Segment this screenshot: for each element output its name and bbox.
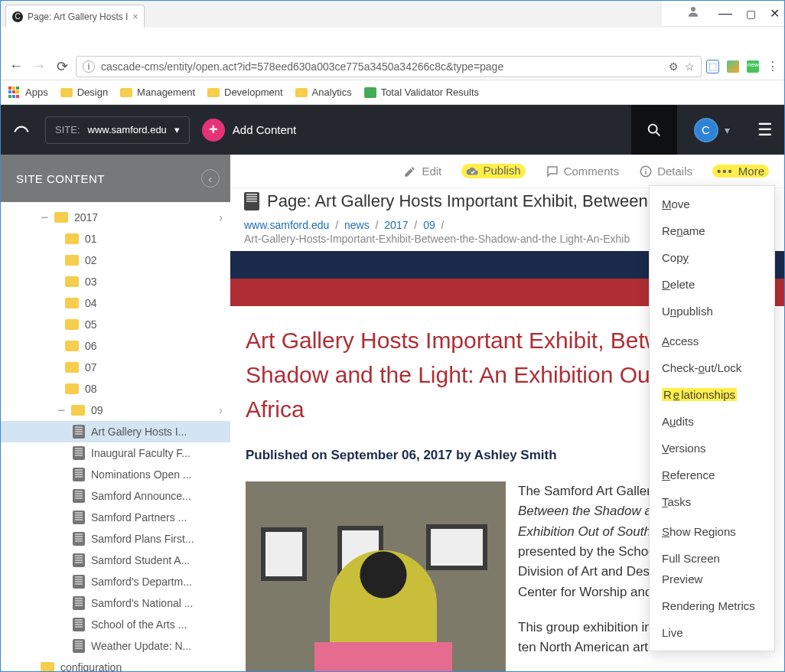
tree-page[interactable]: Samford Student A... [1, 550, 230, 571]
details-button[interactable]: Details [639, 165, 692, 178]
account-icon[interactable] [686, 5, 700, 22]
close-icon[interactable]: ✕ [770, 6, 780, 21]
tree-folder[interactable]: −09› [1, 400, 230, 421]
back-icon[interactable]: ← [7, 58, 25, 74]
chevron-down-icon: ▾ [174, 124, 180, 135]
tree-page[interactable]: Samford's Departm... [1, 571, 230, 592]
publish-button[interactable]: Publish [461, 164, 525, 178]
edit-button[interactable]: Edit [403, 165, 441, 178]
more-menu: MoveRenameCopyDeleteUnpublish AccessChec… [649, 185, 775, 651]
more-menu-item-versions[interactable]: Versions [650, 435, 774, 462]
more-menu-item-tasks[interactable]: Tasks [650, 488, 774, 515]
more-menu-item-reference[interactable]: Reference [650, 462, 774, 488]
more-button[interactable]: ••• More [712, 165, 769, 178]
extension-icon[interactable] [727, 60, 739, 73]
url-text: cascade-cms/entity/open.act?id=578eed630… [101, 60, 663, 73]
tree-page[interactable]: Samford Announce... [1, 485, 230, 507]
tree-page[interactable]: Weather Update: N... [1, 635, 230, 657]
user-menu[interactable]: C ▾ [677, 118, 746, 142]
tree-label: 03 [85, 276, 230, 288]
minimize-icon[interactable]: — [718, 5, 732, 21]
tree-page[interactable]: Inaugural Faculty F... [1, 442, 230, 464]
tree-label: 07 [85, 361, 230, 374]
tree-folder[interactable]: 06 [1, 335, 230, 357]
browser-tab[interactable]: C Page: Art Gallery Hosts I × [5, 5, 145, 28]
bookmark-folder[interactable]: Development [207, 86, 283, 98]
forward-icon[interactable]: → [30, 58, 48, 74]
hamburger-menu[interactable]: ☰ [746, 120, 784, 140]
site-picker-value: www.samford.edu [88, 124, 167, 135]
more-menu-item-relationships[interactable]: Relationships [650, 381, 774, 408]
more-menu-item-check-out-lock[interactable]: Check-out/Lock [650, 354, 774, 381]
folder-icon [120, 88, 132, 97]
tree-folder[interactable]: 08 [1, 378, 230, 400]
tree-folder[interactable]: 01 [1, 228, 230, 250]
tree-page[interactable]: Samford's National ... [1, 592, 230, 614]
more-menu-item-copy[interactable]: Copy [650, 244, 774, 271]
tree-folder[interactable]: − 2017 › [1, 207, 230, 228]
svg-point-5 [645, 168, 647, 170]
page-icon [73, 575, 85, 589]
collapse-sidebar-icon[interactable]: ‹ [201, 169, 220, 188]
page-icon [73, 446, 85, 460]
folder-icon [71, 405, 85, 416]
bookmark-link[interactable]: Total Validator Results [364, 86, 479, 98]
tree-page[interactable]: Samford Plans First... [1, 528, 230, 550]
bookmark-folder[interactable]: Analytics [295, 86, 352, 98]
tree-folder[interactable]: 07 [1, 357, 230, 378]
extension-icon[interactable]: new [747, 60, 759, 73]
tree-label: Samford Plans First... [91, 533, 230, 545]
app-logo[interactable] [10, 119, 33, 142]
apps-button[interactable]: Apps [8, 86, 48, 99]
tree-folder[interactable]: 04 [1, 292, 230, 314]
more-menu-item-rendering-metrics[interactable]: Rendering Metrics [650, 592, 774, 619]
more-menu-item-unpublish[interactable]: Unpublish [650, 298, 774, 325]
reload-icon[interactable]: ⟳ [53, 58, 71, 75]
bookmark-star-icon[interactable]: ☆ [685, 60, 695, 73]
extension-icon[interactable]: ⬚ [706, 60, 719, 73]
more-menu-item-access[interactable]: Access [650, 328, 774, 354]
breadcrumb-link[interactable]: 2017 [384, 219, 408, 231]
more-menu-item-audits[interactable]: Audits [650, 408, 774, 435]
tree-label: Samford Partners ... [91, 511, 230, 524]
search-button[interactable] [631, 105, 677, 155]
chevron-right-icon[interactable]: › [219, 404, 230, 416]
maximize-icon[interactable]: ▢ [746, 8, 756, 20]
site-info-icon[interactable]: i [83, 60, 95, 73]
tree-folder[interactable]: 03 [1, 271, 230, 292]
expander-icon[interactable]: − [57, 403, 65, 417]
bookmark-bar: Apps Design Management Development Analy… [1, 80, 784, 105]
add-content-button[interactable]: + Add Content [202, 119, 296, 142]
expander-icon[interactable]: − [41, 210, 48, 224]
chevron-right-icon[interactable]: › [219, 211, 230, 223]
more-menu-item-live[interactable]: Live [650, 619, 774, 646]
tree-page[interactable]: School of the Arts ... [1, 614, 230, 635]
translate-icon[interactable]: ⚙ [669, 60, 679, 73]
tree-folder[interactable]: 02 [1, 250, 230, 271]
chrome-menu-icon[interactable]: ⋮ [767, 59, 778, 73]
more-menu-item-rename[interactable]: Rename [650, 217, 774, 244]
breadcrumb-link[interactable]: 09 [423, 219, 435, 231]
address-bar[interactable]: i cascade-cms/entity/open.act?id=578eed6… [76, 56, 702, 77]
more-icon: ••• [717, 165, 734, 178]
more-menu-item-delete[interactable]: Delete [650, 271, 774, 298]
tree-folder[interactable]: 05 [1, 314, 230, 335]
more-menu-item-move[interactable]: Move [650, 191, 774, 217]
tree-page[interactable]: Art Gallery Hosts I... [1, 421, 230, 442]
bookmark-label: Design [77, 86, 108, 98]
bookmark-folder[interactable]: Design [60, 86, 108, 98]
breadcrumb-link[interactable]: www.samford.edu [244, 219, 329, 231]
breadcrumb-link[interactable]: news [344, 219, 370, 231]
tree-label: Nominations Open ... [91, 468, 230, 481]
tree-page[interactable]: Nominations Open ... [1, 464, 230, 485]
bookmark-folder[interactable]: Management [120, 86, 195, 98]
comments-button[interactable]: Comments [546, 165, 620, 178]
tree-page[interactable]: Samford Partners ... [1, 507, 230, 528]
close-tab-icon[interactable]: × [132, 11, 138, 22]
tree-folder[interactable]: configuration [1, 657, 230, 672]
more-menu-item-show-regions[interactable]: Show Regions [650, 518, 774, 545]
tree-label: School of the Arts ... [91, 618, 230, 631]
site-picker[interactable]: SITE: www.samford.edu ▾ [45, 116, 190, 144]
more-menu-item-full-screen-preview[interactable]: Full Screen Preview [650, 545, 774, 592]
comment-icon [546, 165, 559, 178]
